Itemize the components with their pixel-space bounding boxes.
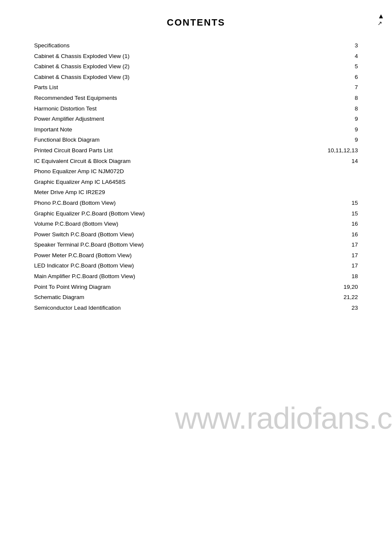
toc-row-nodots: Meter Drive Amp IC IR2E29 [34, 188, 358, 197]
toc-row: Functional Block Diagram9 [34, 135, 358, 145]
toc-dots [60, 87, 335, 88]
toc-page-number: 14 [337, 157, 358, 166]
toc-row: Semiconductor Lead Identification23 [34, 303, 358, 313]
toc-entry-label: Graphic Equalizer P.C.Board (Bottom View… [34, 209, 145, 218]
toc-page-number: 3 [337, 41, 358, 50]
toc-entry-label: Power Amplifier Adjustment [34, 114, 104, 124]
toc-page-number: 8 [337, 104, 358, 113]
toc-row-nodots: Phono Equalizer Amp IC NJM072D [34, 167, 358, 176]
toc-page-number: 17 [337, 251, 358, 260]
toc-row-nodots: Graphic Equalizer Amp IC LA6458S [34, 177, 358, 187]
toc-dots [131, 77, 335, 78]
toc-row: Printed Circuit Board Parts List10,11,12… [34, 146, 358, 155]
toc-page-number: 19,20 [337, 282, 358, 292]
toc-row: Cabinet & Chassis Exploded View (3)6 [34, 73, 358, 82]
toc-label: Graphic Equalizer Amp IC LA6458S [34, 177, 126, 187]
toc-entry-label: Schematic Diagram [34, 293, 84, 302]
toc-entry-label: Specifications [34, 41, 69, 50]
toc-dots [106, 119, 335, 119]
toc-row: Harmonic Distortion Test8 [34, 104, 358, 113]
toc-page-number: 8 [337, 93, 358, 103]
toc-entry-label: Cabinet & Chassis Exploded View (3) [34, 73, 130, 82]
toc-page-number: 6 [337, 73, 358, 82]
toc-entry-label: Parts List [34, 83, 58, 92]
toc-dots [133, 256, 335, 256]
toc-dots [101, 140, 335, 140]
toc-row: IC Equivalent Circuit & Block Diagram14 [34, 157, 358, 166]
toc-entry-label: Point To Point Wiring Diagram [34, 282, 111, 292]
toc-page-number: 9 [337, 114, 358, 124]
toc-page-number: 9 [337, 135, 358, 145]
toc-entry-label: Volume P.C.Board (Bottom View) [34, 219, 118, 229]
toc-dots [118, 203, 335, 203]
toc-page-number: 9 [337, 125, 358, 134]
toc-entry-label: Semiconductor Lead Identification [34, 303, 121, 313]
toc-dots [145, 245, 335, 245]
page-title: CONTENTS [34, 17, 358, 28]
toc-row: Power Meter P.C.Board (Bottom View)17 [34, 251, 358, 260]
toc-entry-label: LED Indicator P.C.Board (Bottom View) [34, 261, 134, 270]
toc-entry-label: Important Note [34, 125, 72, 134]
toc-entry-label: Recommended Test Equipments [34, 93, 117, 103]
toc-row: LED Indicator P.C.Board (Bottom View)17 [34, 261, 358, 270]
toc-page-number: 15 [337, 198, 358, 208]
corner-arrow-up: ▲ [378, 13, 384, 20]
toc-entry-label: Harmonic Distortion Test [34, 104, 97, 113]
toc-dots [137, 276, 335, 277]
toc-row: Important Note9 [34, 125, 358, 134]
toc-dots [71, 46, 335, 46]
toc-dots [147, 214, 335, 214]
toc-entry-label: Power Switch P.C.Board (Bottom View) [34, 230, 134, 239]
toc-container: Specifications3Cabinet & Chassis Explode… [34, 41, 358, 312]
toc-row: Point To Point Wiring Diagram19,20 [34, 282, 358, 292]
toc-entry-label: IC Equivalent Circuit & Block Diagram [34, 157, 131, 166]
toc-row: Parts List7 [34, 83, 358, 92]
toc-row: Power Switch P.C.Board (Bottom View)16 [34, 230, 358, 239]
toc-dots [131, 56, 335, 57]
toc-row: Phono P.C.Board (Bottom View)15 [34, 198, 358, 208]
corner-arrow-right: ↗ [378, 20, 384, 26]
toc-row: Schematic Diagram21,22 [34, 293, 358, 302]
toc-entry-label: Main Amplifier P.C.Board (Bottom View) [34, 272, 135, 281]
toc-row: Power Amplifier Adjustment9 [34, 114, 358, 124]
toc-page-number: 10,11,12,13 [328, 146, 358, 155]
toc-entry-label: Phono P.C.Board (Bottom View) [34, 198, 116, 208]
toc-dots [86, 297, 335, 298]
toc-entry-label: Speaker Terminal P.C.Board (Bottom View) [34, 240, 144, 250]
toc-page-number: 21,22 [337, 293, 358, 302]
toc-dots [135, 235, 335, 235]
toc-page-number: 17 [337, 261, 358, 270]
toc-entry-label: Printed Circuit Board Parts List [34, 146, 113, 155]
toc-dots [98, 109, 335, 109]
toc-row: Speaker Terminal P.C.Board (Bottom View)… [34, 240, 358, 250]
toc-entry-label: Cabinet & Chassis Exploded View (2) [34, 62, 130, 71]
toc-page-number: 16 [337, 230, 358, 239]
toc-page-number: 7 [337, 83, 358, 92]
watermark: www.radiofans.c [0, 401, 392, 436]
toc-label: Phono Equalizer Amp IC NJM072D [34, 167, 124, 176]
toc-entry-label: Functional Block Diagram [34, 135, 100, 145]
toc-page-number: 17 [337, 240, 358, 250]
toc-page-number: 18 [337, 272, 358, 281]
toc-row: Graphic Equalizer P.C.Board (Bottom View… [34, 209, 358, 218]
toc-dots [131, 67, 335, 67]
toc-dots [122, 308, 335, 308]
toc-label: Meter Drive Amp IC IR2E29 [34, 188, 105, 197]
toc-dots [119, 98, 335, 99]
toc-row: Main Amplifier P.C.Board (Bottom View)18 [34, 272, 358, 281]
toc-dots [74, 130, 335, 130]
toc-dots [120, 224, 335, 224]
toc-row: Volume P.C.Board (Bottom View)16 [34, 219, 358, 229]
toc-entry-label: Power Meter P.C.Board (Bottom View) [34, 251, 132, 260]
toc-dots [135, 266, 335, 266]
toc-dots [133, 161, 335, 162]
corner-mark: ▲ ↗ [378, 13, 384, 26]
toc-row: Recommended Test Equipments8 [34, 93, 358, 103]
toc-dots [112, 287, 335, 288]
toc-row: Cabinet & Chassis Exploded View (2)5 [34, 62, 358, 71]
toc-row: Specifications3 [34, 41, 358, 50]
toc-page-number: 4 [337, 52, 358, 61]
page-container: ▲ ↗ CONTENTS Specifications3Cabinet & Ch… [0, 0, 392, 555]
toc-page-number: 15 [337, 209, 358, 218]
toc-page-number: 5 [337, 62, 358, 71]
